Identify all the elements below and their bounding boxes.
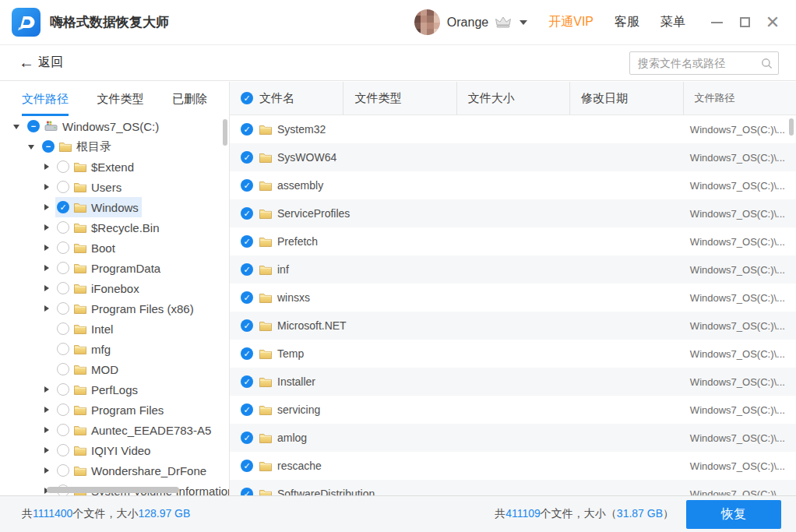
collapse-arrow-icon[interactable] xyxy=(27,142,37,151)
expand-arrow-icon[interactable] xyxy=(42,223,52,232)
minimize-button[interactable] xyxy=(703,9,731,37)
table-row[interactable]: ✓winsxsWindows7_OS(C:)\... xyxy=(230,284,796,312)
table-row[interactable]: ✓PrefetchWindows7_OS(C:)\... xyxy=(230,227,796,255)
row-checkbox-icon[interactable]: ✓ xyxy=(241,432,253,444)
table-row[interactable]: ✓rescacheWindows7_OS(C:)\... xyxy=(230,452,796,480)
expand-arrow-icon[interactable] xyxy=(42,162,52,171)
maximize-button[interactable] xyxy=(731,9,759,37)
checkbox-unchecked-icon[interactable] xyxy=(57,363,69,375)
table-vertical-scrollbar[interactable] xyxy=(789,118,794,136)
recover-button[interactable]: 恢复 xyxy=(686,500,781,529)
expand-arrow-icon[interactable] xyxy=(42,304,52,313)
checkbox-unchecked-icon[interactable] xyxy=(57,262,69,274)
tree-item[interactable]: −根目录 xyxy=(0,136,229,157)
expand-arrow-icon[interactable] xyxy=(42,466,52,475)
tree-item[interactable]: Users xyxy=(0,177,229,197)
row-checkbox-icon[interactable]: ✓ xyxy=(241,151,253,164)
select-all-checkbox[interactable]: ✓ xyxy=(241,92,253,104)
expand-arrow-icon[interactable] xyxy=(42,263,52,273)
row-checkbox-icon[interactable]: ✓ xyxy=(241,291,253,304)
checkbox-partial-icon[interactable]: − xyxy=(27,120,40,132)
column-header-2[interactable]: 文件大小 xyxy=(456,82,569,115)
row-checkbox-icon[interactable]: ✓ xyxy=(241,123,253,136)
tree-item[interactable]: −Windows7_OS(C:) xyxy=(0,116,229,136)
tree-item[interactable]: iFonebox xyxy=(0,278,229,298)
table-row[interactable]: ✓SysWOW64Windows7_OS(C:)\... xyxy=(230,143,796,171)
checkbox-unchecked-icon[interactable] xyxy=(57,322,69,335)
row-checkbox-icon[interactable]: ✓ xyxy=(241,375,253,388)
expand-arrow-icon[interactable] xyxy=(42,405,52,414)
tree-item[interactable]: ✓Windows xyxy=(0,197,229,217)
table-row[interactable]: ✓ServiceProfilesWindows7_OS(C:)\... xyxy=(230,199,796,227)
row-checkbox-icon[interactable]: ✓ xyxy=(241,207,253,220)
checkbox-unchecked-icon[interactable] xyxy=(57,444,69,456)
search-icon[interactable] xyxy=(761,58,773,72)
row-checkbox-icon[interactable]: ✓ xyxy=(241,179,253,192)
row-checkbox-icon[interactable]: ✓ xyxy=(241,263,253,276)
customer-service-button[interactable]: 客服 xyxy=(615,14,639,30)
tree-item[interactable]: MOD xyxy=(0,359,229,379)
menu-button[interactable]: 菜单 xyxy=(660,14,685,30)
table-row[interactable]: ✓servicingWindows7_OS(C:)\... xyxy=(230,396,796,424)
checkbox-unchecked-icon[interactable] xyxy=(57,282,69,294)
table-row[interactable]: ✓InstallerWindows7_OS(C:)\... xyxy=(230,368,796,396)
checkbox-unchecked-icon[interactable] xyxy=(57,160,69,173)
checkbox-unchecked-icon[interactable] xyxy=(57,464,69,477)
expand-arrow-icon[interactable] xyxy=(42,385,52,394)
tree-vertical-scrollbar[interactable] xyxy=(223,119,227,146)
open-vip-button[interactable]: 开通VIP xyxy=(548,14,593,30)
expand-arrow-icon[interactable] xyxy=(42,203,52,212)
checkbox-unchecked-icon[interactable] xyxy=(57,424,69,436)
column-header-0[interactable]: ✓文件名 xyxy=(230,82,343,115)
checkbox-checked-icon[interactable]: ✓ xyxy=(57,201,69,213)
back-button[interactable]: ← 返回 xyxy=(19,54,63,72)
checkbox-unchecked-icon[interactable] xyxy=(57,383,69,396)
tree-item[interactable]: ProgramData xyxy=(0,258,229,278)
tree-item[interactable]: Intel xyxy=(0,319,229,339)
column-header-4[interactable]: 文件路径 xyxy=(683,82,796,115)
row-checkbox-icon[interactable]: ✓ xyxy=(241,460,253,472)
user-avatar[interactable] xyxy=(414,9,440,35)
checkbox-unchecked-icon[interactable] xyxy=(57,302,69,315)
expand-arrow-icon[interactable] xyxy=(42,284,52,293)
column-header-3[interactable]: 修改日期 xyxy=(569,82,682,115)
checkbox-unchecked-icon[interactable] xyxy=(57,181,69,193)
checkbox-unchecked-icon[interactable] xyxy=(57,403,69,416)
tree-item[interactable]: Program Files (x86) xyxy=(0,298,229,319)
tree-item[interactable]: $Recycle.Bin xyxy=(0,217,229,238)
row-checkbox-icon[interactable]: ✓ xyxy=(241,235,253,248)
tree-horizontal-scrollbar[interactable] xyxy=(47,487,179,493)
tree-item[interactable]: Program Files xyxy=(0,400,229,420)
table-row[interactable]: ✓infWindows7_OS(C:)\... xyxy=(230,255,796,284)
expand-arrow-icon[interactable] xyxy=(42,446,52,455)
row-checkbox-icon[interactable]: ✓ xyxy=(241,403,253,416)
tree-item[interactable]: $Extend xyxy=(0,157,229,177)
table-row[interactable]: ✓Microsoft.NETWindows7_OS(C:)\... xyxy=(230,312,796,340)
expand-arrow-icon[interactable] xyxy=(42,243,52,252)
table-row[interactable]: ✓SoftwareDistributionWindows7_OS(C:)\... xyxy=(230,480,796,495)
user-dropdown-caret-icon[interactable] xyxy=(520,20,527,25)
expand-arrow-icon[interactable] xyxy=(42,182,52,192)
table-row[interactable]: ✓System32Windows7_OS(C:)\... xyxy=(230,115,796,143)
checkbox-unchecked-icon[interactable] xyxy=(57,221,69,234)
expand-arrow-icon[interactable] xyxy=(42,425,52,435)
tree-item[interactable]: Boot xyxy=(0,238,229,258)
collapse-arrow-icon[interactable] xyxy=(12,122,23,131)
table-row[interactable]: ✓amlogWindows7_OS(C:)\... xyxy=(230,424,796,452)
tab-file-type[interactable]: 文件类型 xyxy=(97,82,144,116)
tab-deleted[interactable]: 已删除 xyxy=(172,82,207,116)
tree-item[interactable]: PerfLogs xyxy=(0,379,229,400)
checkbox-unchecked-icon[interactable] xyxy=(57,241,69,254)
table-row[interactable]: ✓assemblyWindows7_OS(C:)\... xyxy=(230,171,796,199)
checkbox-unchecked-icon[interactable] xyxy=(57,343,69,355)
search-input[interactable] xyxy=(629,51,779,75)
close-button[interactable]: ✕ xyxy=(759,9,787,37)
tree-item[interactable]: Auntec_EEADE783-A5 xyxy=(0,420,229,440)
checkbox-partial-icon[interactable]: − xyxy=(42,140,55,153)
column-header-1[interactable]: 文件类型 xyxy=(343,82,456,115)
tree-item[interactable]: Wondershare_DrFone xyxy=(0,460,229,481)
tab-file-path[interactable]: 文件路径 xyxy=(22,82,69,116)
row-checkbox-icon[interactable]: ✓ xyxy=(241,347,253,360)
tree-item[interactable]: IQIYI Video xyxy=(0,440,229,460)
table-row[interactable]: ✓TempWindows7_OS(C:)\... xyxy=(230,340,796,368)
